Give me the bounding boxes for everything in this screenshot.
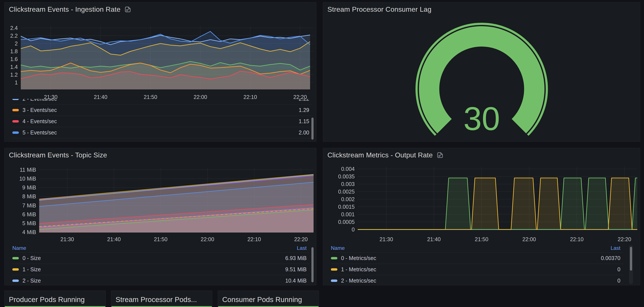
legend-series-label[interactable]: 3 - Events/sec <box>22 107 57 113</box>
y-axis-tick-label: 4 MiB <box>22 229 36 235</box>
legend-header-last[interactable]: Last <box>297 245 310 251</box>
x-axis-tick-label: 22:00 <box>200 236 214 242</box>
legend-row[interactable]: 0 - Metrics/sec0.00370 <box>331 253 624 264</box>
panel-consumer-lag: Stream Processor Consumer Lag 30 <box>323 2 640 142</box>
y-axis-tick-label: 0.002 <box>341 196 355 202</box>
panel-title-topic-size[interactable]: Clickstream Events - Topic Size <box>9 151 107 159</box>
description-icon[interactable] <box>124 6 131 13</box>
y-axis-tick-label: 1.4 <box>10 64 18 70</box>
series-color-swatch <box>12 99 19 100</box>
legend-row[interactable]: 3 - Events/sec1.29 <box>12 105 312 116</box>
legend-row[interactable]: 2 - Size10.4 MiB <box>12 275 310 285</box>
y-axis-tick-label: 0 <box>352 226 355 232</box>
y-axis-tick-label: 10 MiB <box>19 176 36 182</box>
y-axis-tick-label: 9 MiB <box>22 184 36 190</box>
timeseries-chart-output-rate[interactable]: 00.00050.0010.00150.0020.00250.0030.0035… <box>323 165 640 242</box>
legend-scrollbar[interactable] <box>312 118 314 140</box>
legend-last-value: 2.22 <box>299 99 312 102</box>
x-axis-tick-label: 21:30 <box>380 236 393 242</box>
timeseries-chart-ingestion[interactable]: 11.21.41.61.822.22.421:3021:4021:5022:00… <box>4 23 316 100</box>
description-icon[interactable] <box>437 152 444 158</box>
timeseries-chart-topic-size[interactable]: 4 MiB5 MiB6 MiB7 MiB8 MiB9 MiB10 MiB11 M… <box>4 165 316 242</box>
legend-row[interactable]: 0 - Size6.93 MiB <box>12 253 310 264</box>
legend-series-label[interactable]: 0 - Metrics/sec <box>341 255 376 261</box>
legend-series-label[interactable]: 4 - Events/sec <box>22 118 57 125</box>
legend-series-label[interactable]: 1 - Metrics/sec <box>341 266 376 272</box>
stat-title-consumer-pods[interactable]: Consumer Pods Running <box>222 295 302 304</box>
y-axis-tick-label: 0.001 <box>341 211 355 217</box>
y-axis-tick-label: 0.003 <box>341 181 355 187</box>
stat-panel-stream-processor-pods: Stream Processor Pods... <box>111 290 212 307</box>
legend-header-name[interactable]: Name <box>12 245 26 251</box>
y-axis-tick-label: 0.0015 <box>338 204 355 210</box>
legend-row[interactable]: 2 - Metrics/sec0 <box>331 275 624 285</box>
y-axis-tick-label: 5 MiB <box>22 220 36 226</box>
legend-series-label[interactable]: 1 - Size <box>22 266 41 272</box>
legend-scrollbar[interactable] <box>312 247 314 282</box>
y-axis-tick-label: 1.6 <box>10 56 18 62</box>
legend-last-value: 0.00370 <box>601 255 624 261</box>
panel-topic-size: Clickstream Events - Topic Size 4 MiB5 M… <box>4 148 316 285</box>
y-axis-tick-label: 1.8 <box>10 48 18 54</box>
series-color-swatch <box>331 257 337 259</box>
panel-header: Stream Processor Consumer Lag <box>323 3 640 16</box>
x-axis-tick-label: 21:40 <box>427 236 441 242</box>
panel-output-rate: Clickstream Metrics - Output Rate 00.000… <box>323 148 640 285</box>
series-color-swatch <box>12 109 19 111</box>
legend-output-rate: NameLast0 - Metrics/sec0.003701 - Metric… <box>331 244 624 285</box>
legend-last-value: 2.00 <box>299 129 312 136</box>
gauge-chart: 30 <box>323 13 640 142</box>
legend-last-value: 10.4 MiB <box>285 277 310 284</box>
x-axis-tick-label: 22:10 <box>570 236 584 242</box>
y-axis-tick-label: 2.4 <box>10 25 18 31</box>
legend-series-label[interactable]: 2 - Metrics/sec <box>341 277 376 284</box>
x-axis-tick-label: 21:50 <box>475 236 488 242</box>
legend-header: NameLast <box>331 244 624 253</box>
legend-row[interactable]: 1 - Size9.51 MiB <box>12 264 310 275</box>
legend-series-label[interactable]: 2 - Size <box>22 277 41 284</box>
panel-ingestion-rate: Clickstream Events - Ingestion Rate 11.2… <box>4 2 316 142</box>
gauge-value-text: 30 <box>463 100 500 137</box>
legend-row[interactable]: 2 - Events/sec2.22 <box>12 99 312 105</box>
y-axis-tick-label: 2.2 <box>10 33 18 39</box>
x-axis-tick-label: 21:50 <box>154 236 168 242</box>
legend-series-label[interactable]: 0 - Size <box>22 255 41 261</box>
legend-series-label[interactable]: 2 - Events/sec <box>22 99 57 102</box>
legend-row[interactable]: 5 - Events/sec2.00 <box>12 127 312 138</box>
series-color-swatch <box>331 268 337 271</box>
x-axis-tick-label: 22:20 <box>618 236 631 242</box>
legend-topic-size: NameLast0 - Size6.93 MiB1 - Size9.51 MiB… <box>12 244 310 285</box>
legend-last-value: 6.93 MiB <box>285 255 310 261</box>
panel-title-consumer-lag[interactable]: Stream Processor Consumer Lag <box>328 6 432 14</box>
panel-header: Clickstream Metrics - Output Rate <box>323 148 640 162</box>
stat-panel-producer-pods: Producer Pods Running <box>4 290 106 307</box>
dashboard: Clickstream Events - Ingestion Rate 11.2… <box>0 0 644 307</box>
panel-header: Clickstream Events - Ingestion Rate <box>4 3 316 16</box>
legend-series-label[interactable]: 5 - Events/sec <box>22 129 57 136</box>
legend-ingestion: 2 - Events/sec2.223 - Events/sec1.294 - … <box>12 99 312 142</box>
legend-header-last[interactable]: Last <box>611 245 624 251</box>
legend-header: NameLast <box>12 244 310 253</box>
series-color-swatch <box>12 257 19 259</box>
series-color-swatch <box>12 268 19 271</box>
y-axis-tick-label: 1 <box>15 80 18 86</box>
x-axis-tick-label: 22:20 <box>294 236 308 242</box>
stat-title-producer-pods[interactable]: Producer Pods Running <box>9 295 84 304</box>
legend-row[interactable]: 1 - Metrics/sec0 <box>331 264 624 275</box>
series-color-swatch <box>12 279 19 282</box>
y-axis-tick-label: 8 MiB <box>22 193 36 199</box>
y-axis-tick-label: 6 MiB <box>22 211 36 217</box>
panel-title-ingestion[interactable]: Clickstream Events - Ingestion Rate <box>9 6 120 14</box>
panel-header: Clickstream Events - Topic Size <box>4 148 316 162</box>
legend-row[interactable]: 4 - Events/sec1.15 <box>12 116 312 127</box>
stat-title-stream-processor-pods[interactable]: Stream Processor Pods... <box>116 295 197 304</box>
y-axis-tick-label: 0.0035 <box>338 173 355 179</box>
legend-scrollbar[interactable] <box>630 247 632 271</box>
stat-value-background <box>5 306 106 307</box>
series-color-swatch <box>12 131 19 134</box>
legend-header-name[interactable]: Name <box>331 245 345 251</box>
series-color-swatch <box>331 279 337 282</box>
series-color-swatch <box>12 120 19 123</box>
panel-title-output-rate[interactable]: Clickstream Metrics - Output Rate <box>328 151 433 159</box>
stat-value-background <box>218 306 318 307</box>
